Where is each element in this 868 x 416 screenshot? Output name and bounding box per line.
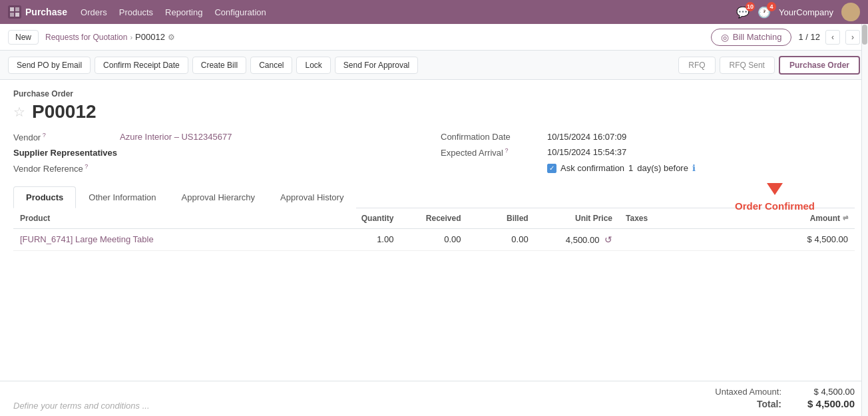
- document-header: Purchase Order ☆ P00012: [13, 89, 855, 122]
- cancel-button[interactable]: Cancel: [250, 57, 292, 74]
- col-header-received: Received: [400, 208, 467, 229]
- tab-products[interactable]: Products: [13, 186, 76, 208]
- tab-approval-hierarchy[interactable]: Approval Hierarchy: [169, 186, 268, 208]
- status-rfq-button[interactable]: RFQ: [678, 57, 715, 74]
- avatar[interactable]: [841, 3, 860, 21]
- ask-confirmation-days: 1: [628, 163, 633, 173]
- document-number: P00012: [32, 101, 97, 122]
- reset-price-icon[interactable]: ↺: [604, 234, 612, 245]
- vendor-value[interactable]: Azure Interior – US12345677: [120, 132, 232, 142]
- breadcrumb-link[interactable]: Requests for Quotation: [45, 33, 127, 42]
- chat-badge: 10: [746, 2, 755, 11]
- fields-section: Vendor ? Azure Interior – US12345677 Sup…: [13, 132, 855, 180]
- prev-page-button[interactable]: ‹: [825, 30, 840, 45]
- svg-rect-0: [10, 7, 14, 11]
- vendor-field-row: Vendor ? Azure Interior – US12345677: [13, 132, 427, 142]
- expected-arrival-row: Expected Arrival ? 10/15/2024 15:54:37: [441, 147, 855, 158]
- fields-right: Confirmation Date 10/15/2024 16:07:09 Ex…: [427, 132, 855, 180]
- fields-left: Vendor ? Azure Interior – US12345677 Sup…: [13, 132, 427, 180]
- received-cell: 0.00: [400, 228, 467, 250]
- brand-logo[interactable]: Purchase: [8, 5, 67, 19]
- svg-rect-3: [15, 13, 19, 17]
- product-table: Product Quantity Received Billed Unit Pr…: [13, 208, 855, 251]
- activity-badge: 4: [767, 2, 776, 11]
- vendor-ref-label: Vendor Reference ?: [13, 163, 120, 174]
- tab-approval-history[interactable]: Approval History: [268, 186, 356, 208]
- bill-matching-icon: ◎: [721, 32, 729, 43]
- product-link[interactable]: [FURN_6741] Large Meeting Table: [20, 234, 154, 244]
- total-value: $ 4,500.00: [795, 398, 855, 409]
- expected-arrival-label: Expected Arrival ?: [441, 147, 547, 158]
- chat-icon-button[interactable]: 💬 10: [736, 6, 750, 19]
- svg-rect-1: [15, 7, 19, 11]
- pagination-text: 1 / 12: [798, 32, 820, 42]
- breadcrumb-separator: ›: [130, 33, 132, 41]
- svg-rect-2: [10, 13, 14, 17]
- status-purchase-order-button[interactable]: Purchase Order: [779, 56, 860, 75]
- lock-button[interactable]: Lock: [296, 57, 330, 74]
- breadcrumb: Requests for Quotation › P00012 ⚙: [45, 32, 711, 42]
- ask-confirmation-row: Ask confirmation 1 day(s) before ℹ: [441, 163, 855, 173]
- vendor-label: Vendor ?: [13, 132, 120, 142]
- billed-cell: 0.00: [468, 228, 535, 250]
- current-doc-id: P00012: [135, 32, 165, 42]
- untaxed-label: Untaxed Amount:: [715, 387, 781, 397]
- table-row: [FURN_6741] Large Meeting Table 1.00 0.0…: [13, 228, 855, 250]
- amount-sort-icon[interactable]: ⇌: [843, 214, 848, 222]
- breadcrumb-current: P00012 ⚙: [135, 32, 175, 42]
- col-header-quantity: Quantity: [333, 208, 400, 229]
- nav-right: 💬 10 🕐 4 YourCompany: [736, 3, 860, 21]
- col-header-product: Product: [13, 208, 333, 229]
- nav-products[interactable]: Products: [119, 7, 153, 17]
- order-confirmed-annotation: Order Confirmed: [735, 183, 815, 212]
- ask-confirmation-label: Ask confirmation: [560, 163, 624, 173]
- untaxed-value: $ 4,500.00: [795, 387, 855, 397]
- col-header-unit-price: Unit Price: [535, 208, 619, 229]
- scrollbar-thumb[interactable]: [862, 25, 867, 45]
- content-footer: Define your terms and conditions ... Unt…: [0, 381, 868, 416]
- gear-icon[interactable]: ⚙: [168, 33, 175, 42]
- product-cell: [FURN_6741] Large Meeting Table: [13, 228, 333, 250]
- create-bill-button[interactable]: Create Bill: [192, 57, 246, 74]
- nav-orders[interactable]: Orders: [81, 7, 107, 17]
- activity-icon-button[interactable]: 🕐 4: [758, 6, 771, 19]
- table-header-row: Product Quantity Received Billed Unit Pr…: [13, 208, 855, 229]
- ask-confirmation-area: Ask confirmation 1 day(s) before ℹ: [547, 163, 696, 173]
- terms-input[interactable]: Define your terms and conditions ...: [13, 401, 150, 411]
- action-bar: Send PO by Email Confirm Receipt Date Cr…: [0, 51, 868, 80]
- confirm-receipt-button[interactable]: Confirm Receipt Date: [95, 57, 188, 74]
- amount-cell: $ 4,500.00: [771, 228, 855, 250]
- vendor-ref-field-row: Vendor Reference ?: [13, 163, 427, 174]
- svg-point-5: [844, 15, 857, 21]
- send-approval-button[interactable]: Send For Approval: [335, 57, 418, 74]
- taxes-cell: [619, 228, 771, 250]
- pagination: 1 / 12 ‹ ›: [798, 30, 860, 45]
- totals-section: Untaxed Amount: $ 4,500.00 Total: $ 4,50…: [715, 387, 855, 411]
- info-icon[interactable]: ℹ: [692, 163, 696, 173]
- status-rfq-sent-button[interactable]: RFQ Sent: [720, 57, 775, 74]
- supplier-rep-field-row: Supplier Representatives: [13, 148, 427, 158]
- order-confirmed-text: Order Confirmed: [735, 200, 815, 212]
- svg-point-4: [847, 5, 855, 13]
- scrollbar-track[interactable]: [861, 24, 868, 416]
- tab-other-information[interactable]: Other Information: [76, 186, 168, 208]
- company-name: YourCompany: [779, 7, 833, 17]
- favorite-star-icon[interactable]: ☆: [13, 104, 25, 120]
- bill-matching-button[interactable]: ◎ Bill Matching: [711, 29, 792, 46]
- quantity-cell: 1.00: [333, 228, 400, 250]
- new-button[interactable]: New: [8, 30, 39, 45]
- tabs-row: Products Other Information Approval Hier…: [13, 186, 855, 208]
- send-po-email-button[interactable]: Send PO by Email: [8, 57, 91, 74]
- nav-reporting[interactable]: Reporting: [165, 7, 202, 17]
- ask-confirmation-checkbox[interactable]: [547, 164, 556, 173]
- expected-arrival-value: 10/15/2024 15:54:37: [547, 147, 626, 157]
- nav-links: Orders Products Reporting Configuration: [81, 7, 723, 17]
- untaxed-row: Untaxed Amount: $ 4,500.00: [715, 387, 855, 397]
- brand-icon: [8, 5, 21, 19]
- next-page-button[interactable]: ›: [845, 30, 860, 45]
- brand-name: Purchase: [25, 7, 67, 17]
- confirmation-date-value: 10/15/2024 16:07:09: [547, 132, 626, 142]
- nav-configuration[interactable]: Configuration: [214, 7, 266, 17]
- supplier-rep-label: Supplier Representatives: [13, 148, 120, 158]
- bill-matching-label: Bill Matching: [733, 32, 782, 42]
